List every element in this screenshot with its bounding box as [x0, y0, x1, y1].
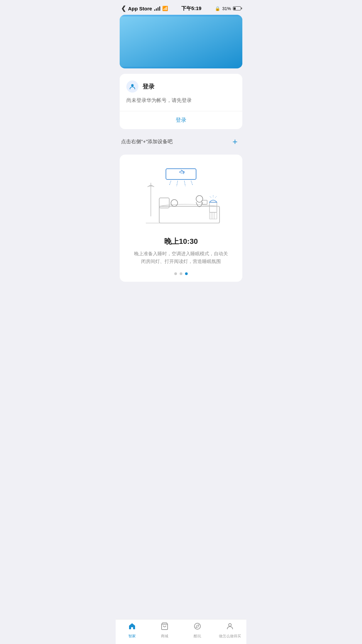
battery-icon: [233, 6, 241, 10]
svg-point-11: [171, 200, 178, 206]
feature-description: 晚上准备入睡时，空调进入睡眠模式，自动关闭房间灯、打开阅读灯，营造睡眠氛围: [134, 250, 228, 266]
login-header: 登录: [126, 80, 236, 93]
scene-illustration: [141, 163, 221, 230]
status-bar: ❮ App Store 📶 下午5:19 🔒 31%: [116, 0, 246, 15]
svg-point-1: [131, 84, 133, 87]
user-avatar-icon: [126, 80, 138, 93]
svg-rect-2: [166, 169, 196, 179]
login-title: 登录: [142, 83, 155, 91]
app-store-label: App Store: [128, 6, 152, 11]
dot-3[interactable]: [185, 272, 188, 275]
feature-card: 晚上10:30 晚上准备入睡时，空调进入睡眠模式，自动关闭房间灯、打开阅读灯，营…: [120, 155, 242, 282]
svg-rect-18: [209, 212, 217, 219]
status-right: 🔒 31%: [215, 6, 241, 11]
svg-rect-0: [120, 16, 242, 67]
back-arrow-icon[interactable]: ❮: [121, 5, 126, 12]
svg-line-4: [177, 181, 178, 186]
carousel-dots: [125, 272, 237, 275]
svg-line-6: [191, 181, 193, 185]
add-device-row: 点击右侧"+"添加设备吧 +: [120, 135, 242, 149]
wifi-icon: 📶: [162, 6, 168, 11]
battery-percent: 31%: [222, 6, 231, 11]
svg-line-3: [169, 181, 171, 185]
add-device-button[interactable]: +: [229, 136, 241, 148]
login-card: 登录 尚未登录华为帐号，请先登录 登录: [120, 74, 242, 129]
signal-icon: [154, 6, 160, 11]
login-button[interactable]: 登录: [126, 111, 236, 129]
svg-rect-14: [209, 202, 217, 212]
svg-line-5: [184, 181, 185, 186]
status-time: 下午5:19: [181, 5, 201, 12]
dot-2[interactable]: [180, 272, 182, 275]
lock-icon: 🔒: [215, 6, 220, 11]
svg-line-17: [215, 196, 217, 198]
feature-time: 晚上10:30: [125, 236, 237, 247]
hero-banner: [120, 15, 242, 68]
svg-rect-9: [159, 206, 220, 223]
add-device-text: 点击右侧"+"添加设备吧: [121, 139, 173, 145]
dot-1[interactable]: [174, 272, 177, 275]
status-left: ❮ App Store 📶: [121, 5, 168, 12]
login-description: 尚未登录华为帐号，请先登录: [126, 97, 236, 104]
svg-line-16: [210, 196, 211, 198]
